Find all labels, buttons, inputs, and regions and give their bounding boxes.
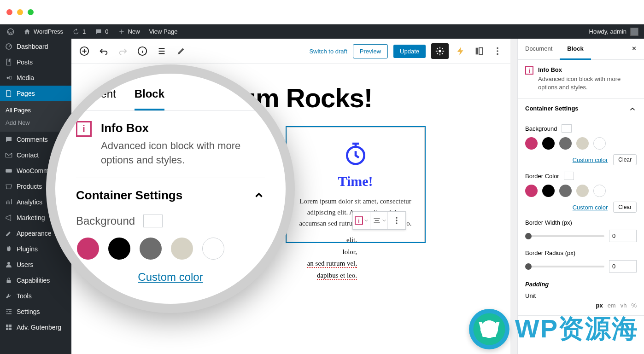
tab-block[interactable]: Block (560, 39, 591, 60)
border-width-slider[interactable] (525, 235, 604, 237)
sidebar-sub-all-pages[interactable]: All Pages (0, 104, 71, 116)
sidebar-item-settings[interactable]: Settings (0, 304, 71, 319)
sidebar-item-users[interactable]: Users (0, 257, 71, 273)
unit-selector: px em vh % (525, 302, 637, 309)
new-link[interactable]: New (115, 28, 143, 35)
outline-icon[interactable] (155, 45, 168, 58)
sidebar-item-tools[interactable]: Tools (0, 288, 71, 304)
settings-gear-icon[interactable] (431, 43, 449, 59)
view-icon[interactable] (473, 45, 486, 58)
svg-point-2 (7, 77, 9, 79)
undo-icon[interactable] (97, 45, 110, 58)
block-card: i Info Box Advanced icon block with more… (518, 60, 644, 99)
watermark-text: WP资源海 (515, 312, 638, 347)
color-swatch[interactable] (593, 185, 606, 197)
sidebar-item-media[interactable]: Media (0, 70, 71, 86)
container-settings-toggle[interactable]: Container Settings (518, 99, 644, 120)
align-icon[interactable] (370, 212, 388, 229)
svg-point-18 (396, 217, 397, 219)
wp-logo-icon[interactable] (4, 28, 18, 35)
preview-button[interactable]: Preview (353, 44, 388, 58)
custom-color-link[interactable]: Custom color (573, 157, 608, 163)
border-width-input[interactable] (609, 230, 637, 242)
update-button[interactable]: Update (393, 45, 426, 58)
svg-rect-8 (6, 328, 8, 330)
color-swatch[interactable] (140, 238, 162, 260)
unit-em[interactable]: em (608, 302, 616, 309)
unit-px[interactable]: px (596, 302, 603, 309)
sidebar-item-pages[interactable]: Pages (0, 86, 71, 101)
sidebar-submenu-pages: All Pages Add New (0, 101, 71, 132)
sidebar-item-capabilities[interactable]: Capabilities (0, 273, 71, 288)
svg-rect-6 (6, 325, 8, 327)
scrollbar[interactable] (510, 39, 517, 354)
site-home-link[interactable]: WordPress (20, 28, 66, 35)
color-swatch[interactable] (542, 185, 555, 197)
color-swatch[interactable] (525, 185, 538, 197)
unit-vh[interactable]: vh (621, 302, 627, 309)
comments-link[interactable]: 0 (92, 28, 111, 35)
sidebar-item-posts[interactable]: Posts (0, 54, 71, 70)
color-swatch[interactable] (559, 185, 572, 197)
editor-header: Switch to draft Preview Update (71, 39, 510, 64)
border-swatch-indicator (564, 172, 574, 180)
color-swatch[interactable] (593, 137, 606, 150)
switch-to-draft-button[interactable]: Switch to draft (309, 48, 347, 55)
close-inspector-icon[interactable]: ✕ (624, 39, 644, 59)
color-swatch[interactable] (576, 137, 589, 150)
tab-document[interactable]: Document (518, 39, 560, 59)
bolt-icon[interactable] (454, 45, 467, 58)
color-swatch[interactable] (559, 137, 572, 150)
color-swatch[interactable] (525, 137, 538, 150)
color-swatch[interactable] (171, 238, 193, 260)
padding-heading: Padding (525, 281, 637, 288)
clear-border-button[interactable]: Clear (613, 202, 637, 213)
color-swatch[interactable] (202, 238, 224, 260)
window-close-icon[interactable] (6, 9, 12, 15)
view-page-link[interactable]: View Page (146, 28, 181, 35)
window-minimize-icon[interactable] (17, 9, 23, 15)
mag-tab-block[interactable]: Block (135, 87, 164, 110)
background-swatch-indicator (562, 124, 572, 133)
info-icon[interactable] (136, 45, 149, 58)
custom-color-link-2[interactable]: Custom color (573, 204, 608, 211)
sidebar-item-dashboard[interactable]: Dashboard (0, 39, 71, 54)
color-swatch[interactable] (108, 238, 130, 260)
mag-custom-color-link[interactable]: Custom color (76, 271, 265, 284)
clock-icon (343, 140, 369, 166)
wp-adminbar: WordPress 1 0 New View Page Howdy, admin (0, 24, 644, 39)
infobox-heading[interactable]: Time! (296, 174, 415, 189)
mag-color-swatches (76, 238, 265, 260)
svg-point-4 (7, 262, 10, 265)
mag-block-desc: Advanced icon block with more options an… (101, 139, 265, 168)
avatar (630, 28, 638, 36)
updates-link[interactable]: 1 (69, 28, 89, 35)
edit-icon[interactable] (175, 45, 187, 58)
border-radius-input[interactable] (609, 260, 637, 273)
color-swatch[interactable] (576, 185, 589, 197)
border-radius-slider[interactable] (525, 266, 604, 267)
unit-pct[interactable]: % (631, 302, 637, 309)
block-card-desc: Advanced icon block with more options an… (538, 75, 637, 92)
svg-point-17 (497, 53, 498, 55)
more-options-icon[interactable] (491, 45, 504, 58)
sidebar-item-adv-gutenberg[interactable]: Adv. Gutenberg (0, 319, 71, 335)
sidebar-sub-add-new[interactable]: Add New (0, 116, 71, 129)
color-swatch[interactable] (542, 137, 555, 150)
howdy-user[interactable]: Howdy, admin (589, 28, 640, 36)
block-more-icon[interactable] (388, 212, 405, 229)
block-type-icon[interactable]: i (353, 212, 370, 229)
clear-background-button[interactable]: Clear (613, 154, 637, 165)
svg-point-16 (497, 50, 498, 52)
add-block-icon[interactable] (78, 45, 91, 58)
window-maximize-icon[interactable] (28, 9, 34, 15)
mag-container-settings[interactable]: Container Settings (76, 188, 265, 203)
border-colors (525, 185, 637, 197)
mag-block-title: Info Box (101, 121, 265, 135)
svg-point-20 (396, 222, 397, 224)
color-swatch[interactable] (77, 238, 99, 260)
redo-icon[interactable] (117, 45, 129, 58)
magnifier-overlay: ument Block i Info Box Advanced icon blo… (46, 64, 295, 313)
mag-info-icon: i (76, 121, 92, 137)
unit-label: Unit (525, 292, 637, 299)
